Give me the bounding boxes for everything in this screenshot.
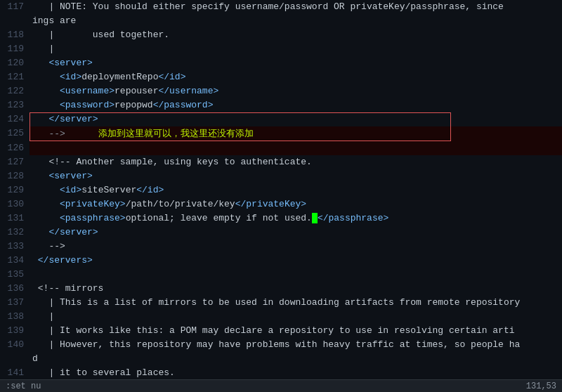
line-row: 137 | This is a list of mirrors to be us… (0, 296, 562, 310)
line-number: 135 (0, 268, 30, 282)
line-content: <server> (30, 169, 562, 183)
line-number: 123 (0, 98, 30, 112)
line-content: ings are (30, 14, 562, 28)
line-row: 123 <password>repopwd</password> (0, 98, 562, 112)
line-number: 125 (0, 126, 30, 141)
line-row: 124 </server> (0, 112, 562, 126)
chinese-annotation: 添加到这里就可以，我这里还没有添加 (98, 128, 254, 138)
line-content: | NOTE: You should either specify userna… (30, 0, 562, 14)
line-row: 140 | However, this repository may have … (0, 338, 562, 352)
status-position: 131,53 (526, 381, 556, 391)
line-number: 120 (0, 56, 30, 70)
line-row: 127 <!-- Another sample, using keys to a… (0, 155, 562, 169)
line-row: 130 <privateKey>/path/to/private/key</pr… (0, 197, 562, 211)
line-content: <passphrase>optional; leave empty if not… (30, 211, 562, 226)
line-row: 118 | used together. (0, 28, 562, 42)
line-row: ings are (0, 14, 562, 28)
line-row: 139 | It works like this: a POM may decl… (0, 324, 562, 338)
line-content: | This is a list of mirrors to be used i… (30, 296, 562, 310)
line-number: 119 (0, 42, 30, 56)
line-content: </servers> (30, 254, 562, 268)
line-content: | (30, 42, 562, 56)
line-content: <!-- Another sample, using keys to authe… (30, 155, 562, 169)
line-content: </server> (30, 226, 562, 240)
line-row-126: 126 (0, 141, 562, 155)
line-row: 141 | it to several places. (0, 366, 562, 379)
code-editor: 117 | NOTE: You should either specify us… (0, 0, 562, 379)
line-number (0, 14, 30, 28)
line-content: <id>deploymentRepo</id> (30, 70, 562, 84)
line-number: 141 (0, 366, 30, 379)
line-content: | used together. (30, 28, 562, 42)
line-content: </server> (30, 112, 562, 126)
line-row: 133 --> (0, 240, 562, 254)
line-number: 136 (0, 282, 30, 296)
line-row: 120 <server> (0, 56, 562, 70)
status-command: :set nu (6, 381, 41, 391)
line-content: <server> (30, 56, 562, 70)
line-content: --> (30, 240, 562, 254)
line-row: 132 </server> (0, 226, 562, 240)
line-row: 138 | (0, 310, 562, 324)
line-content: <!-- mirrors (30, 282, 562, 296)
line-number: 138 (0, 310, 30, 324)
line-row-125: 125 --> 添加到这里就可以，我这里还没有添加 (0, 126, 562, 141)
line-number: 133 (0, 240, 30, 254)
line-number (0, 352, 30, 366)
line-number: 117 (0, 0, 30, 14)
line-number: 129 (0, 183, 30, 197)
line-number: 121 (0, 70, 30, 84)
line-content: <id>siteServer</id> (30, 183, 562, 197)
line-number: 118 (0, 28, 30, 42)
line-content: | it to several places. (30, 366, 562, 379)
line-content: <password>repopwd</password> (30, 98, 562, 112)
line-content: | It works like this: a POM may declare … (30, 324, 562, 338)
status-bar: :set nu 131,53 (0, 379, 562, 392)
line-number: 139 (0, 324, 30, 338)
line-content (30, 268, 562, 282)
line-row: 122 <username>repouser</username> (0, 84, 562, 98)
line-row: 121 <id>deploymentRepo</id> (0, 70, 562, 84)
line-row: 136 <!-- mirrors (0, 282, 562, 296)
line-row: 119 | (0, 42, 562, 56)
line-number: 127 (0, 155, 30, 169)
line-content: | However, this repository may have prob… (30, 338, 562, 352)
line-content: d (30, 352, 562, 366)
line-number: 134 (0, 254, 30, 268)
line-row-131: 131 <passphrase>optional; leave empty if… (0, 211, 562, 226)
line-content: <username>repouser</username> (30, 84, 562, 98)
line-number: 137 (0, 296, 30, 310)
line-row: 128 <server> (0, 169, 562, 183)
line-row: 135 (0, 268, 562, 282)
line-row: d (0, 352, 562, 366)
line-content: <privateKey>/path/to/private/key</privat… (30, 197, 562, 211)
line-row: 117 | NOTE: You should either specify us… (0, 0, 562, 14)
line-number: 128 (0, 169, 30, 183)
line-number: 124 (0, 112, 30, 126)
line-row: 129 <id>siteServer</id> (0, 183, 562, 197)
line-number: 132 (0, 226, 30, 240)
line-number: 122 (0, 84, 30, 98)
line-content: | (30, 310, 562, 324)
text-cursor (312, 213, 318, 223)
line-number: 130 (0, 197, 30, 211)
line-content (30, 141, 562, 155)
line-row: 134 </servers> (0, 254, 562, 268)
line-number: 140 (0, 338, 30, 352)
line-content: --> 添加到这里就可以，我这里还没有添加 (30, 126, 562, 141)
line-number: 126 (0, 141, 30, 155)
line-number: 131 (0, 211, 30, 226)
